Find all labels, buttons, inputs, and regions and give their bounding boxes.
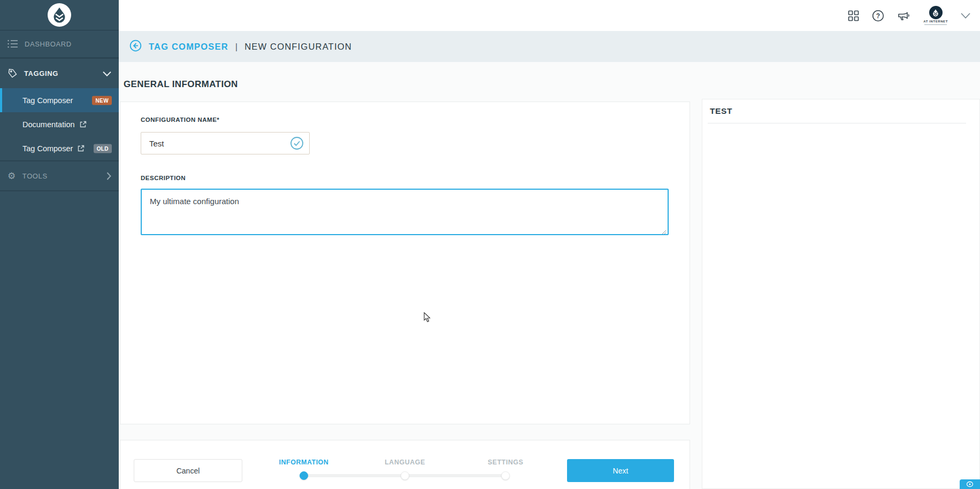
- section-title: GENERAL INFORMATION: [124, 79, 238, 90]
- sidebar-item-label: Tag Composer: [22, 96, 73, 105]
- svg-text:?: ?: [876, 12, 880, 19]
- user-menu-label: AT INTERNET: [923, 20, 948, 23]
- user-menu-subline: [924, 24, 947, 25]
- sidebar-item-tag-composer[interactable]: Tag Composer NEW: [0, 88, 119, 112]
- sidebar: DASHBOARD TAGGING Tag Composer NEW Docum…: [0, 0, 119, 489]
- feedback-button[interactable]: [960, 479, 980, 489]
- topbar: ? AT INTERNET: [119, 0, 980, 31]
- at-internet-logo-icon: [929, 6, 943, 19]
- configuration-name-label: CONFIGURATION NAME*: [141, 117, 219, 123]
- tag-icon: [7, 68, 18, 79]
- apps-grid-icon[interactable]: [848, 10, 859, 21]
- sidebar-item-label: Documentation: [22, 120, 75, 129]
- old-badge: OLD: [94, 144, 112, 153]
- mouse-cursor-icon: [424, 312, 432, 325]
- step-settings-label: SETTINGS: [488, 459, 524, 466]
- chevron-down-icon: [103, 71, 111, 76]
- sidebar-tools-label: TOOLS: [22, 172, 48, 180]
- sidebar-item-documentation[interactable]: Documentation: [0, 112, 119, 136]
- configuration-name-input[interactable]: [141, 132, 310, 154]
- breadcrumb-separator: |: [235, 42, 238, 52]
- user-menu[interactable]: AT INTERNET: [923, 6, 948, 25]
- preview-title: TEST: [710, 106, 732, 116]
- leaf-logo-icon: [48, 3, 71, 27]
- page-title: NEW CONFIGURATION: [244, 42, 352, 52]
- external-link-icon: [78, 145, 85, 152]
- sidebar-section-tagging[interactable]: TAGGING: [0, 59, 119, 88]
- user-menu-chevron-icon[interactable]: [961, 13, 970, 19]
- help-icon[interactable]: ?: [872, 10, 884, 22]
- sidebar-item-label: Tag Composer: [22, 144, 73, 153]
- description-textarea[interactable]: My ultimate configuration: [141, 189, 669, 235]
- app-logo[interactable]: [0, 0, 119, 30]
- step-information-dot[interactable]: [300, 471, 308, 480]
- wizard-footer: Cancel INFORMATION LANGUAGE SETTINGS Nex…: [120, 440, 690, 489]
- sidebar-dashboard-label: DASHBOARD: [25, 40, 72, 48]
- configuration-name-wrap: [141, 132, 310, 154]
- next-button[interactable]: Next: [567, 459, 674, 482]
- step-language-label: LANGUAGE: [385, 459, 425, 466]
- page-header: TAG COMPOSER | NEW CONFIGURATION: [119, 31, 980, 62]
- new-badge: NEW: [92, 96, 112, 105]
- general-information-card: CONFIGURATION NAME* DESCRIPTION My ultim…: [120, 102, 690, 424]
- step-information-label: INFORMATION: [279, 459, 329, 466]
- sidebar-tagging-label: TAGGING: [24, 69, 58, 77]
- step-settings-dot[interactable]: [501, 471, 510, 480]
- external-link-icon: [80, 121, 87, 128]
- description-label: DESCRIPTION: [141, 175, 186, 181]
- gear-icon: ⚙: [7, 172, 16, 181]
- back-button[interactable]: [129, 40, 142, 54]
- sidebar-item-tag-composer-old[interactable]: Tag Composer OLD: [0, 136, 119, 160]
- sidebar-item-tools[interactable]: ⚙ TOOLS: [0, 160, 119, 191]
- cancel-button[interactable]: Cancel: [134, 459, 242, 482]
- resize-handle-icon[interactable]: [661, 227, 667, 237]
- chevron-right-icon: [106, 172, 111, 180]
- preview-panel: TEST: [702, 99, 980, 489]
- megaphone-icon[interactable]: [897, 10, 910, 21]
- breadcrumb-module[interactable]: TAG COMPOSER: [149, 42, 228, 52]
- step-language-dot[interactable]: [401, 471, 409, 480]
- sidebar-item-dashboard[interactable]: DASHBOARD: [0, 30, 119, 59]
- dashboard-list-icon: [7, 40, 18, 48]
- preview-divider: [708, 123, 966, 123]
- valid-check-icon: [290, 136, 304, 152]
